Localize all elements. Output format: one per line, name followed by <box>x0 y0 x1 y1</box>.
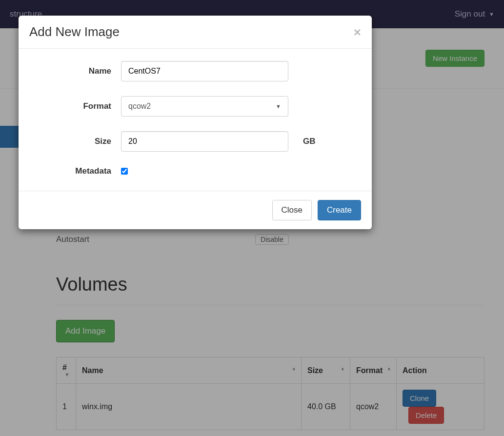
form-row-name: Name <box>28 61 362 81</box>
form-row-format: Format qcow2 ▼ <box>28 96 362 117</box>
size-input[interactable] <box>121 131 288 152</box>
form-row-metadata: Metadata <box>28 166 362 176</box>
format-selected-value: qcow2 <box>128 102 151 111</box>
size-unit: GB <box>303 137 316 146</box>
metadata-label: Metadata <box>28 166 121 176</box>
form-row-size: Size GB <box>28 131 362 152</box>
format-label: Format <box>28 101 121 111</box>
modal-footer: Close Create <box>19 191 372 229</box>
add-image-modal: Add New Image × Name Format qcow2 ▼ Size… <box>19 16 372 229</box>
chevron-down-icon: ▼ <box>276 103 281 109</box>
format-select[interactable]: qcow2 ▼ <box>121 96 288 117</box>
metadata-checkbox[interactable] <box>121 168 128 175</box>
name-input[interactable] <box>121 61 288 81</box>
modal-body: Name Format qcow2 ▼ Size GB Metadata <box>19 49 372 191</box>
close-button[interactable]: Close <box>272 200 312 220</box>
name-label: Name <box>28 66 121 76</box>
create-button[interactable]: Create <box>318 200 361 220</box>
modal-header: Add New Image × <box>19 16 372 49</box>
close-icon[interactable]: × <box>354 26 361 39</box>
size-label: Size <box>28 137 121 146</box>
modal-title: Add New Image <box>29 24 120 40</box>
